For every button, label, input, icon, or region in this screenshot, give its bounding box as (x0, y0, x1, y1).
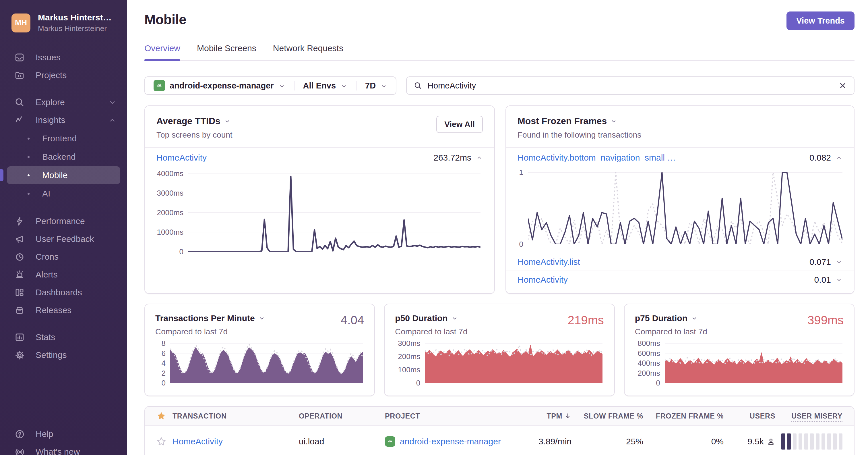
org-switcher[interactable]: MH Markus Hinterst… Markus Hintersteiner (0, 0, 127, 33)
help-icon (14, 429, 25, 439)
transaction-link[interactable]: HomeActivity (518, 275, 568, 285)
collapse-icon[interactable] (836, 154, 842, 161)
page-title: Mobile (144, 11, 186, 27)
dashboards-icon (14, 287, 25, 297)
expand-icon[interactable] (836, 258, 842, 265)
column-header-slow-frame[interactable]: SLOW FRAME % (584, 412, 643, 420)
metric-value: 0.01 (814, 275, 831, 285)
sidebar-item-insights[interactable]: Insights (0, 111, 127, 129)
sidebar-item-label: Backend (42, 152, 76, 162)
sidebar-item-mobile[interactable]: Mobile (7, 166, 120, 184)
environment-selector[interactable]: All Envs (294, 81, 356, 90)
sidebar-item-label: Crons (36, 252, 120, 262)
chevron-down-icon (340, 82, 347, 89)
column-header-operation[interactable]: OPERATION (299, 412, 385, 420)
chevron-up-icon (108, 116, 116, 124)
sidebar-item-settings[interactable]: Settings (0, 346, 127, 364)
bullet-icon (28, 193, 30, 195)
sidebar-item-alerts[interactable]: Alerts (0, 266, 127, 284)
page-filter-bar: android-expense-manager All Envs 7D (144, 77, 396, 95)
transaction-link[interactable]: HomeActivity (156, 153, 207, 163)
active-indicator (0, 169, 3, 181)
sidebar-item-explore[interactable]: Explore (0, 93, 127, 111)
column-header-project[interactable]: PROJECT (385, 412, 520, 420)
android-icon (154, 80, 165, 91)
transaction-link[interactable]: HomeActivity (173, 436, 299, 446)
chevron-down-icon (258, 315, 265, 322)
chevron-down-icon (691, 315, 698, 322)
operation-cell: ui.load (299, 436, 385, 446)
user-misery-score (781, 433, 842, 450)
sidebar-item-user-feedback[interactable]: User Feedback (0, 230, 127, 248)
star-outline-icon[interactable] (156, 436, 166, 446)
sidebar-item-help[interactable]: Help (0, 425, 127, 443)
card-title-row[interactable]: Most Frozen Frames (518, 116, 641, 126)
expand-icon[interactable] (836, 276, 842, 283)
avg-ttid-chart: 4000ms3000ms2000ms1000ms0 (188, 173, 480, 252)
column-header-transaction[interactable]: TRANSACTION (173, 412, 299, 420)
frozen-frames-card: Most Frozen Frames Found in the followin… (505, 106, 855, 294)
card-title: Most Frozen Frames (518, 116, 607, 126)
stats-icon (14, 332, 25, 342)
sidebar-item-issues[interactable]: Issues (0, 49, 127, 66)
card-title-row[interactable]: p75 Duration (635, 313, 707, 323)
view-all-button[interactable]: View All (436, 116, 483, 133)
sidebar-item-ai[interactable]: AI (7, 185, 120, 202)
card-title: Transactions Per Minute (155, 313, 255, 323)
sidebar-item-stats[interactable]: Stats (0, 328, 127, 346)
card-subtitle: Found in the following transactions (518, 131, 641, 140)
sidebar-item-releases[interactable]: Releases (0, 301, 127, 319)
p75-duration-chart: 800ms600ms400ms200ms0 (665, 343, 842, 383)
clear-search-icon[interactable] (838, 81, 847, 90)
sidebar-item-label: Dashboards (36, 287, 120, 297)
sidebar-item-label: What's new (36, 447, 120, 455)
card-subtitle: Compared to last 7d (635, 327, 707, 336)
sidebar-item-performance[interactable]: Performance (0, 212, 127, 230)
sidebar-item-dashboards[interactable]: Dashboards (0, 284, 127, 301)
table-header-row: TRANSACTION OPERATION PROJECT TPM SLOW F… (145, 407, 854, 426)
releases-icon (14, 305, 25, 315)
chevron-down-icon (108, 98, 116, 106)
column-header-user-misery[interactable]: USER MISERY (792, 412, 842, 420)
bullet-icon (28, 174, 30, 176)
tab-mobile-screens[interactable]: Mobile Screens (197, 44, 256, 60)
user-name: Markus Hintersteiner (38, 24, 112, 33)
sidebar-item-label: Stats (36, 332, 120, 342)
star-filled-icon (156, 411, 166, 421)
metric-value: 263.72ms (433, 153, 471, 163)
date-range-selector[interactable]: 7D (356, 81, 396, 90)
sidebar-item-whats-new[interactable]: What's new (0, 443, 127, 455)
search-icon (414, 81, 422, 90)
broadcast-icon (14, 447, 25, 455)
bullet-icon (28, 156, 30, 158)
sidebar-item-backend[interactable]: Backend (7, 148, 120, 166)
project-selector[interactable]: android-expense-manager (145, 80, 294, 91)
sidebar-item-crons[interactable]: Crons (0, 248, 127, 266)
card-title-row[interactable]: Average TTIDs (156, 116, 232, 126)
column-header-tpm[interactable]: TPM (547, 412, 571, 420)
search-input[interactable] (427, 81, 833, 90)
collapse-icon[interactable] (476, 154, 483, 161)
sidebar-item-label: Mobile (42, 170, 67, 180)
sidebar-item-label: Insights (36, 115, 97, 125)
environment-value: All Envs (303, 81, 336, 90)
column-header-users[interactable]: USERS (750, 412, 775, 420)
tab-overview[interactable]: Overview (144, 44, 180, 60)
column-header-frozen-frame[interactable]: FROZEN FRAME % (656, 412, 724, 420)
tpm-cell: 3.89/min (538, 436, 571, 446)
sidebar-item-label: Issues (36, 53, 120, 62)
tpm-chart: 86420 (170, 343, 363, 383)
view-trends-button[interactable]: View Trends (786, 11, 855, 30)
project-cell[interactable]: android-expense-manager (385, 436, 520, 447)
sidebar-item-label: User Feedback (36, 234, 120, 244)
sidebar-item-frontend[interactable]: Frontend (7, 130, 120, 147)
metric-big-value: 399ms (807, 313, 844, 327)
transaction-link[interactable]: HomeActivity.list (518, 257, 580, 267)
card-title-row[interactable]: Transactions Per Minute (155, 313, 265, 323)
tab-network-requests[interactable]: Network Requests (273, 44, 343, 60)
sidebar-item-label: Frontend (42, 134, 76, 143)
transaction-link[interactable]: HomeActivity.bottom_navigation_small … (518, 153, 676, 163)
sidebar-item-projects[interactable]: Projects (0, 66, 127, 84)
card-subtitle: Compared to last 7d (155, 327, 265, 336)
card-title-row[interactable]: p50 Duration (395, 313, 467, 323)
